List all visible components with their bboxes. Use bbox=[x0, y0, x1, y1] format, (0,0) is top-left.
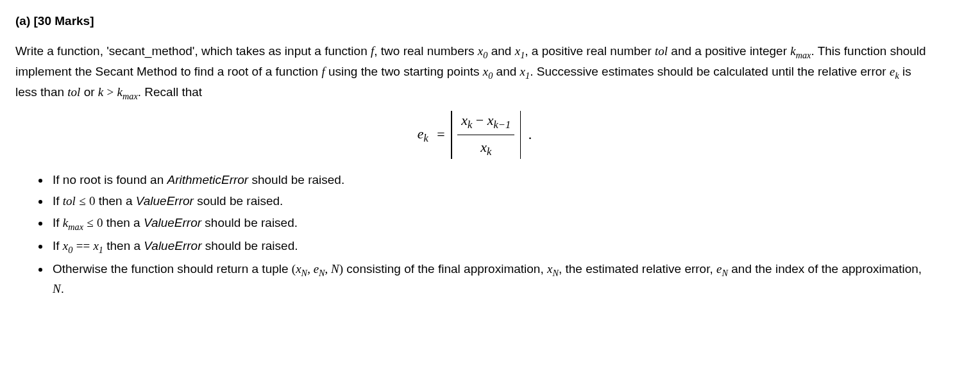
error-name: ValueError bbox=[144, 216, 201, 229]
var-kmax: kmax bbox=[117, 85, 138, 99]
var-k: k bbox=[98, 85, 103, 99]
var-tol: tol bbox=[67, 85, 80, 99]
sub-0: 0 bbox=[68, 245, 72, 255]
sub-N: N bbox=[319, 267, 325, 277]
eq-sign: = bbox=[437, 124, 444, 145]
text: should be raised. bbox=[201, 239, 298, 252]
text: . bbox=[61, 282, 64, 295]
x: x bbox=[296, 262, 301, 276]
text: and the index of the approximation, bbox=[728, 262, 922, 276]
text: sould be raised. bbox=[194, 194, 283, 208]
list-item: If x0 == x1 then a ValueError should be … bbox=[50, 236, 934, 257]
var-eN: eN bbox=[314, 262, 325, 276]
var-x0: x0 bbox=[483, 65, 493, 78]
requirements-list: If no root is found an ArithmeticError s… bbox=[15, 170, 934, 299]
var-N: N bbox=[53, 282, 61, 295]
e: e bbox=[314, 262, 319, 276]
x: x bbox=[515, 44, 520, 58]
var-ek: ek bbox=[890, 65, 899, 78]
text: , a positive real number bbox=[525, 44, 655, 58]
x: x bbox=[487, 112, 494, 128]
list-item: If kmax ≤ 0 then a ValueError should be … bbox=[50, 213, 934, 234]
x: x bbox=[520, 65, 525, 78]
x: x bbox=[483, 65, 488, 78]
le: ≤ bbox=[87, 216, 93, 229]
eq-lhs: ek bbox=[418, 123, 428, 147]
denominator: xk bbox=[457, 135, 514, 160]
text: and a positive integer bbox=[668, 44, 790, 58]
text: then a bbox=[95, 194, 135, 208]
eqeq: == bbox=[76, 239, 90, 252]
k: k bbox=[117, 85, 122, 99]
var-x0: x0 bbox=[63, 239, 73, 252]
minus: − bbox=[472, 112, 487, 128]
var-x1: x1 bbox=[93, 239, 103, 252]
comma: , bbox=[325, 262, 332, 276]
sub-N: N bbox=[301, 267, 308, 277]
display-equation: ek = xk − xk−1 xk . bbox=[15, 110, 934, 160]
var-kmax: kmax bbox=[63, 216, 83, 229]
part-heading: (a) [30 Marks] bbox=[15, 12, 934, 30]
k: k bbox=[790, 44, 795, 58]
var-x1: x1 bbox=[515, 44, 525, 58]
period: . bbox=[528, 124, 532, 145]
text: If bbox=[53, 216, 63, 229]
text: . Successive estimates should be calcula… bbox=[530, 65, 890, 78]
sub-max: max bbox=[796, 50, 811, 60]
text: , the estimated relative error, bbox=[559, 262, 716, 276]
text: then a bbox=[103, 216, 144, 229]
sub-max: max bbox=[122, 91, 138, 101]
x: x bbox=[480, 139, 487, 155]
abs: xk − xk−1 xk bbox=[451, 110, 521, 160]
text: Otherwise the function should return a t… bbox=[53, 262, 292, 276]
comma: , bbox=[307, 262, 314, 276]
zero: 0 bbox=[89, 194, 96, 208]
x: x bbox=[461, 112, 468, 128]
sub-max: max bbox=[68, 222, 83, 232]
numerator: xk − xk−1 bbox=[457, 110, 514, 135]
sub-N: N bbox=[722, 267, 728, 277]
problem-paragraph: Write a function, 'secant_method', which… bbox=[15, 42, 934, 103]
text: then a bbox=[103, 239, 144, 252]
var-x0: x0 bbox=[478, 44, 488, 58]
list-item: Otherwise the function should return a t… bbox=[50, 260, 934, 299]
var-x1: x1 bbox=[520, 65, 530, 78]
list-item: If tol ≤ 0 then a ValueError sould be ra… bbox=[50, 192, 934, 210]
error-name: ArithmeticError bbox=[167, 173, 249, 186]
text: Write a function, 'secant_method', which… bbox=[15, 44, 371, 58]
text: consisting of the final approximation, bbox=[343, 262, 547, 276]
text: and bbox=[487, 44, 514, 58]
text: If no root is found an bbox=[53, 173, 167, 186]
fraction: xk − xk−1 xk bbox=[457, 110, 514, 160]
var-eN: eN bbox=[716, 262, 728, 276]
sub-k-1: k−1 bbox=[494, 119, 511, 131]
le: ≤ bbox=[79, 194, 85, 208]
gt: > bbox=[107, 85, 114, 99]
sub-1: 1 bbox=[99, 245, 103, 255]
var-N: N bbox=[331, 262, 339, 276]
sub-N: N bbox=[552, 267, 559, 277]
sub-k: k bbox=[487, 145, 491, 158]
text: If bbox=[53, 194, 63, 208]
text: using the two starting points bbox=[325, 65, 483, 78]
text: should be raised. bbox=[248, 173, 344, 186]
text: . Recall that bbox=[138, 85, 202, 99]
var-tol: tol bbox=[63, 194, 76, 208]
x: x bbox=[93, 239, 98, 252]
var-tol: tol bbox=[655, 44, 668, 58]
text: and bbox=[493, 65, 520, 78]
text: , two real numbers bbox=[374, 44, 478, 58]
var-xN: xN bbox=[296, 262, 307, 276]
text: If bbox=[53, 239, 63, 252]
var-xN: xN bbox=[547, 262, 559, 276]
text: or bbox=[80, 85, 97, 99]
e: e bbox=[418, 126, 424, 142]
zero: 0 bbox=[97, 216, 103, 229]
error-name: ValueError bbox=[144, 239, 201, 252]
list-item: If no root is found an ArithmeticError s… bbox=[50, 170, 934, 189]
text: should be raised. bbox=[201, 216, 298, 229]
error-name: ValueError bbox=[136, 194, 194, 208]
var-kmax: kmax bbox=[790, 44, 811, 58]
sub-k: k bbox=[424, 132, 428, 144]
